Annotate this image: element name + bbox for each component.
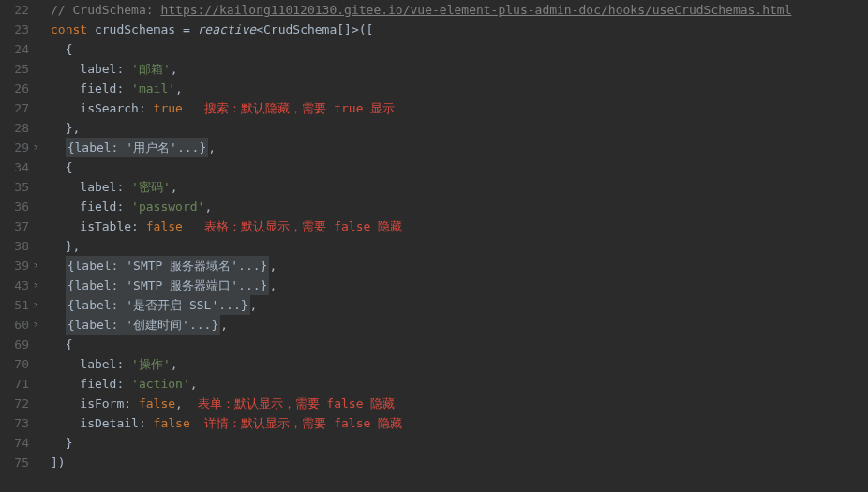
code-line[interactable]: label: '密码', — [51, 177, 868, 197]
code-token: false — [139, 394, 175, 413]
line-number-value: 36 — [14, 197, 29, 216]
code-line[interactable]: { — [51, 335, 868, 354]
line-number-value: 73 — [14, 413, 29, 433]
code-line[interactable]: {label: '创建时间'...}, — [51, 315, 868, 335]
line-number: 73 — [0, 413, 39, 433]
line-number-value: 25 — [14, 59, 29, 79]
code-line[interactable]: {label: '用户名'...}, — [51, 138, 868, 157]
line-number-value: 69 — [14, 335, 29, 354]
code-token: '邮箱' — [131, 59, 171, 79]
code-line[interactable]: { — [51, 39, 868, 59]
code-token: , — [190, 374, 198, 394]
line-number: 75 — [0, 453, 39, 472]
code-token: , — [204, 197, 212, 216]
line-number-value: 26 — [14, 79, 29, 98]
code-token: false — [154, 413, 190, 433]
code-token: label: — [51, 177, 131, 197]
code-area[interactable]: // CrudSchema: https://kailong110120130.… — [47, 0, 868, 472]
fold-toggle-icon[interactable]: ﹥ — [32, 315, 39, 335]
code-line[interactable]: isForm: false, 表单：默认显示，需要 false 隐藏 — [51, 394, 868, 413]
line-number-value: 29 — [14, 138, 29, 157]
code-line[interactable]: label: '操作', — [51, 354, 868, 374]
code-token: reactive — [198, 20, 257, 39]
code-line[interactable]: field: 'mail', — [51, 79, 868, 98]
code-line[interactable]: label: '邮箱', — [51, 59, 868, 79]
code-token: field: — [51, 197, 131, 216]
code-token: {label: '用户名'...} — [66, 138, 209, 157]
code-line[interactable]: isDetail: false 详情：默认显示，需要 false 隐藏 — [51, 413, 868, 433]
line-number: 29﹥ — [0, 138, 39, 157]
line-number-value: 71 — [14, 374, 29, 394]
code-token — [183, 394, 198, 413]
code-token: , — [175, 394, 183, 413]
fold-toggle-icon[interactable]: ﹥ — [32, 295, 39, 315]
code-token: label: — [51, 354, 131, 374]
line-number: 38 — [0, 236, 39, 256]
fold-toggle-icon[interactable]: ﹥ — [32, 138, 39, 157]
code-token: {label: '是否开启 SSL'...} — [66, 295, 250, 315]
code-line[interactable]: {label: 'SMTP 服务器域名'...}, — [51, 256, 868, 276]
line-number: 69 — [0, 335, 39, 354]
code-token: true — [154, 98, 183, 118]
line-number-value: 35 — [14, 177, 29, 197]
code-line[interactable]: {label: '是否开启 SSL'...}, — [51, 295, 868, 315]
line-number-value: 28 — [14, 118, 29, 138]
code-token: isTable: — [51, 216, 146, 236]
code-line[interactable]: isTable: false 表格：默认显示，需要 false 隐藏 — [51, 216, 868, 236]
code-token: label: — [51, 59, 131, 79]
line-number-value: 51 — [14, 295, 29, 315]
code-line[interactable]: }, — [51, 118, 868, 138]
code-token: 'action' — [131, 374, 190, 394]
line-number: 74 — [0, 433, 39, 453]
line-number-value: 75 — [14, 453, 29, 472]
line-number: 23 — [0, 20, 39, 39]
code-token: field: — [51, 374, 131, 394]
line-number: 22 — [0, 0, 39, 20]
code-token: , — [269, 276, 277, 295]
line-number: 60﹥ — [0, 315, 39, 335]
code-token — [183, 216, 204, 236]
code-line[interactable]: }, — [51, 236, 868, 256]
code-line[interactable]: field: 'action', — [51, 374, 868, 394]
code-line[interactable]: } — [51, 433, 868, 453]
code-token: { — [51, 39, 72, 59]
code-token: isForm: — [51, 394, 139, 413]
code-token: const — [51, 20, 95, 39]
line-number-value: 34 — [14, 157, 29, 177]
line-number: 24 — [0, 39, 39, 59]
line-number: 27 — [0, 98, 39, 118]
code-line[interactable]: field: 'password', — [51, 197, 868, 216]
code-token: https://kailong110120130.gitee.io/vue-el… — [160, 0, 791, 20]
line-number: 37 — [0, 216, 39, 236]
code-line[interactable]: ]) — [51, 453, 868, 472]
code-token: }, — [51, 236, 80, 256]
code-token: 详情：默认显示，需要 false 隐藏 — [204, 413, 402, 433]
code-token: , — [208, 138, 216, 157]
code-token: []>([ — [337, 20, 373, 39]
code-editor[interactable]: 2223242526272829﹥343536373839﹥43﹥51﹥60﹥6… — [0, 0, 868, 472]
code-token: 'mail' — [131, 79, 175, 98]
line-number-value: 27 — [14, 98, 29, 118]
line-number: 25 — [0, 59, 39, 79]
code-token: '操作' — [131, 354, 171, 374]
code-line[interactable]: // CrudSchema: https://kailong110120130.… — [51, 0, 868, 20]
line-number: 35 — [0, 177, 39, 197]
fold-toggle-icon[interactable]: ﹥ — [32, 276, 39, 295]
code-line[interactable]: isSearch: true 搜索：默认隐藏，需要 true 显示 — [51, 98, 868, 118]
fold-toggle-icon[interactable]: ﹥ — [32, 256, 39, 276]
line-number: 28 — [0, 118, 39, 138]
code-line[interactable]: {label: 'SMTP 服务器端口'...}, — [51, 276, 868, 295]
code-token: , — [250, 295, 258, 315]
code-line[interactable]: const crudSchemas = reactive<CrudSchema[… — [51, 20, 868, 39]
code-token: crudSchemas = — [95, 20, 198, 39]
line-number-value: 43 — [14, 276, 29, 295]
code-token — [190, 413, 205, 433]
code-token: , — [171, 177, 178, 197]
code-line[interactable]: { — [51, 157, 868, 177]
code-token: { — [51, 335, 72, 354]
line-number-value: 72 — [14, 394, 29, 413]
code-token: {label: 'SMTP 服务器端口'...} — [66, 276, 270, 295]
code-token: {label: '创建时间'...} — [66, 315, 221, 335]
code-token: 表格：默认显示，需要 false 隐藏 — [204, 216, 402, 236]
code-token: { — [51, 157, 72, 177]
